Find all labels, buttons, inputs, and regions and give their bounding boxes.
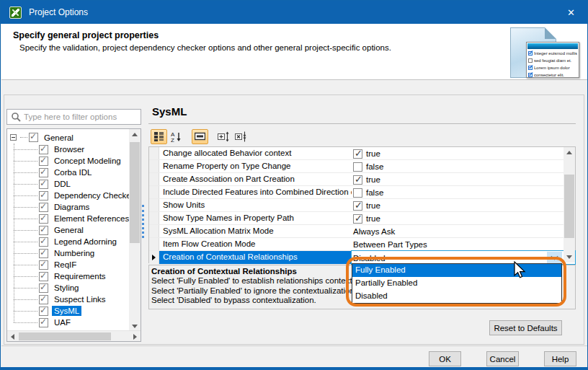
option-row[interactable]: Rename Property on Type Change false <box>149 160 575 173</box>
value-checkbox[interactable] <box>353 201 362 211</box>
scrollbar-thumb[interactable] <box>130 142 140 243</box>
option-value[interactable]: true <box>352 199 575 211</box>
scrollbar-thumb[interactable] <box>19 332 111 340</box>
option-name[interactable]: Show Units <box>159 199 352 211</box>
tree-item[interactable]: Suspect Links <box>7 294 141 305</box>
tree-item-label[interactable]: DDL <box>52 179 73 189</box>
cancel-button[interactable]: Cancel <box>486 351 519 366</box>
tree-item[interactable]: Styling <box>7 282 141 294</box>
tree-item-sysml[interactable]: SysML <box>7 305 141 317</box>
option-value[interactable]: Always Ask <box>352 225 575 237</box>
option-row[interactable]: Create Association on Part Creation true <box>149 173 575 186</box>
show-description-button[interactable] <box>192 129 208 144</box>
tree-item-general-root[interactable]: General <box>7 131 141 144</box>
dropdown-option-partially-enabled[interactable]: Partially Enabled <box>352 277 561 290</box>
checkbox[interactable] <box>39 249 48 258</box>
option-row-creation-of-contextual-relationships[interactable]: Creation of Contextual Relationships Dis… <box>149 251 575 264</box>
tree-item[interactable]: DDL <box>7 178 141 190</box>
value-checkbox[interactable] <box>353 162 362 172</box>
panel-splitter[interactable] <box>142 205 145 238</box>
filter-input[interactable] <box>24 113 141 121</box>
tree-item-label[interactable]: Requirements <box>52 271 108 281</box>
reset-to-defaults-button[interactable]: Reset to Defaults <box>489 320 562 335</box>
option-name[interactable]: Show Type Names in Property Path <box>159 212 352 224</box>
tree-item[interactable]: Element References <box>7 213 141 224</box>
value-checkbox[interactable] <box>353 149 362 159</box>
checkbox[interactable] <box>39 283 48 293</box>
ok-button[interactable]: OK <box>429 351 461 366</box>
option-value[interactable]: Between Part Types <box>352 238 575 250</box>
tree-item-label[interactable]: Diagrams <box>52 202 92 212</box>
tree-item-label[interactable]: Suspect Links <box>52 294 108 304</box>
option-row[interactable]: Change allocated Behavior context true <box>149 147 575 160</box>
scroll-up-icon[interactable] <box>564 147 575 158</box>
option-row[interactable]: SysML Allocation Matrix Mode Always Ask <box>149 225 575 238</box>
scroll-left-icon[interactable] <box>7 331 18 342</box>
option-value-combobox[interactable]: Disabled <box>352 251 575 264</box>
tree-item-label[interactable]: Dependency Checker <box>52 190 136 201</box>
tree-item-label[interactable]: Element References <box>52 213 131 224</box>
checkbox[interactable] <box>39 260 48 270</box>
option-name[interactable]: Item Flow Creation Mode <box>159 238 352 250</box>
value-checkbox[interactable] <box>353 188 362 198</box>
tree-item[interactable]: Browser <box>7 144 141 155</box>
close-icon[interactable]: ✕ <box>555 1 587 24</box>
categorized-view-button[interactable] <box>151 129 167 144</box>
tree-item[interactable]: Dependency Checker <box>7 190 141 201</box>
checkbox[interactable] <box>39 237 48 247</box>
option-row[interactable]: Show Units true <box>149 199 575 212</box>
tree-item-label[interactable]: ReqIF <box>52 260 79 270</box>
tree-item-label[interactable]: General <box>42 133 76 143</box>
option-row[interactable]: Include Directed Features into Combined … <box>149 186 575 199</box>
checkbox[interactable] <box>39 180 48 189</box>
option-name[interactable]: Change allocated Behavior context <box>159 147 352 159</box>
tree-item[interactable]: Diagrams <box>7 201 141 213</box>
value-checkbox[interactable] <box>353 175 362 185</box>
checkbox[interactable] <box>39 318 48 327</box>
checkbox[interactable] <box>39 214 48 224</box>
checkbox[interactable] <box>39 157 48 166</box>
tree-item-label[interactable]: Numbering <box>52 248 97 258</box>
option-value[interactable]: false <box>352 186 575 198</box>
option-value[interactable]: false <box>352 160 575 172</box>
checkbox[interactable] <box>39 145 48 154</box>
tree-vertical-scrollbar[interactable] <box>129 129 141 332</box>
option-name[interactable]: Creation of Contextual Relationships <box>159 251 352 264</box>
tree-item[interactable]: General <box>7 224 141 236</box>
filter-field[interactable] <box>6 109 141 125</box>
option-value[interactable]: true <box>352 173 575 185</box>
sort-alphabetically-button[interactable]: A Z <box>168 129 184 144</box>
tree-item-label[interactable]: Legend Adorning <box>52 237 119 247</box>
tree-item-label[interactable]: General <box>52 225 86 235</box>
option-name[interactable]: Include Directed Features into Combined … <box>159 186 352 198</box>
checkbox[interactable] <box>39 272 48 281</box>
tree-item-label[interactable]: Concept Modeling <box>52 156 123 166</box>
scroll-up-icon[interactable] <box>129 129 141 140</box>
table-vertical-scrollbar[interactable] <box>564 147 575 263</box>
option-value[interactable]: true <box>352 147 575 159</box>
option-name[interactable]: Create Association on Part Creation <box>159 173 352 185</box>
option-row[interactable]: Show Type Names in Property Path true <box>149 212 575 225</box>
collapse-all-button[interactable] <box>233 129 249 144</box>
tree-item-label[interactable]: Corba IDL <box>52 167 94 177</box>
checkbox[interactable] <box>39 191 48 201</box>
checkbox[interactable] <box>39 307 48 316</box>
checkbox[interactable] <box>29 133 38 142</box>
option-name[interactable]: Rename Property on Type Change <box>159 160 352 172</box>
tree-item-label[interactable]: Browser <box>52 144 86 154</box>
collapse-expander-icon[interactable] <box>10 134 17 141</box>
tree-item-label[interactable]: UAF <box>52 317 73 327</box>
tree-item-label[interactable]: SysML <box>52 306 81 316</box>
dropdown-option-disabled[interactable]: Disabled <box>352 290 561 303</box>
tree-item[interactable]: Corba IDL <box>7 167 141 178</box>
checkbox[interactable] <box>39 203 48 212</box>
checkbox[interactable] <box>39 295 48 304</box>
checkbox[interactable] <box>39 168 48 177</box>
expand-all-button[interactable] <box>215 129 232 144</box>
tree-item[interactable]: Numbering <box>7 247 141 259</box>
scroll-right-icon[interactable] <box>130 331 141 342</box>
combobox-dropdown-button[interactable] <box>547 252 562 263</box>
option-name[interactable]: SysML Allocation Matrix Mode <box>159 225 352 237</box>
tree-item[interactable]: UAF <box>7 317 141 328</box>
option-row[interactable]: Item Flow Creation Mode Between Part Typ… <box>149 238 575 251</box>
